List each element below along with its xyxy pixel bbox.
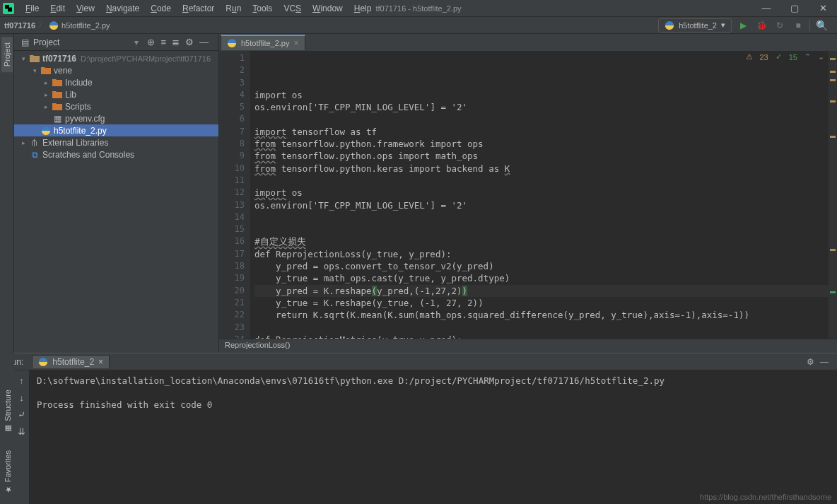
minimize-button[interactable]: —: [752, 0, 780, 17]
menu-view[interactable]: View: [71, 2, 100, 15]
tree-item[interactable]: ▸Lib: [14, 88, 218, 100]
tree-item-label: Scratches and Consoles: [42, 150, 134, 160]
run-tab[interactable]: h5totflite_2 ×: [32, 355, 110, 368]
structure-tool-tab[interactable]: ▦ Structure: [1, 382, 13, 440]
editor-tab[interactable]: h5totflite_2.py ×: [221, 35, 305, 50]
up-icon[interactable]: ↑: [16, 375, 28, 386]
menu-file[interactable]: File: [20, 2, 45, 15]
project-tool-tab[interactable]: Project: [1, 37, 13, 72]
window-controls: — ▢ ✕: [752, 0, 837, 17]
expand-arrow-icon[interactable]: ▾: [20, 55, 27, 62]
collapse-all-icon[interactable]: ≣: [169, 37, 182, 47]
editor-area: h5totflite_2.py × 1234567891011121314151…: [219, 34, 837, 353]
debug-button[interactable]: 🐞: [754, 18, 768, 33]
expand-arrow-icon[interactable]: ▸: [42, 79, 49, 86]
breadcrumb[interactable]: tf071716 〉 h5totflite_2.py: [4, 20, 110, 30]
run-button[interactable]: ▶: [736, 18, 750, 33]
run-tab-label: h5totflite_2: [52, 357, 94, 367]
project-tree[interactable]: ▾ tf071716 D:\project\PYCHARMproject\tf0…: [14, 51, 218, 353]
chevron-down-icon: ▾: [721, 20, 725, 30]
tree-item-label: Lib: [65, 90, 76, 100]
close-tab-icon[interactable]: ×: [294, 38, 299, 48]
console-output[interactable]: D:\software\installation_location\Anacon…: [30, 370, 837, 504]
expand-arrow-icon[interactable]: ▸: [20, 139, 27, 146]
menu-help[interactable]: Help: [349, 2, 377, 15]
editor-tab-label: h5totflite_2.py: [241, 39, 290, 47]
menu-tools[interactable]: Tools: [247, 2, 278, 15]
menu-bar: File Edit View Navigate Code Refactor Ru…: [20, 2, 377, 15]
folder-icon: [29, 53, 40, 64]
warning-count: 23: [760, 53, 768, 61]
expand-arrow-icon[interactable]: ▸: [42, 91, 49, 98]
python-icon: [38, 357, 48, 367]
tree-item[interactable]: ▸Scripts: [14, 100, 218, 112]
chevron-down-icon[interactable]: ▾: [134, 37, 139, 47]
run-toolbar-right: ↑ ↓ ⤶ ⇊: [14, 370, 30, 504]
stop-button[interactable]: ■: [791, 18, 805, 33]
breadcrumb-file[interactable]: h5totflite_2.py: [62, 21, 110, 30]
down-icon[interactable]: ↓: [16, 392, 28, 403]
soft-wrap-icon[interactable]: ⤶: [16, 409, 28, 420]
expand-arrow-icon[interactable]: ▾: [31, 67, 38, 74]
tree-root-name: tf071716: [42, 54, 76, 64]
folder-icon: [52, 101, 63, 112]
settings-icon[interactable]: ⚙: [182, 37, 197, 47]
tree-item-label: vene: [54, 66, 72, 76]
hide-icon[interactable]: —: [817, 355, 831, 369]
tree-item[interactable]: h5totflite_2.py: [14, 124, 218, 136]
tree-item-label: Include: [65, 78, 93, 88]
tree-item[interactable]: ▦pyvenv.cfg: [14, 112, 218, 124]
tree-item[interactable]: ▸⫛External Libraries: [14, 136, 218, 148]
close-button[interactable]: ✕: [809, 0, 837, 17]
hide-icon[interactable]: —: [197, 37, 211, 47]
coverage-button[interactable]: ↻: [773, 18, 787, 33]
editor-inspection-status[interactable]: ⚠ 23 ✓ 15 ⌃ ⌄: [746, 52, 825, 61]
menu-refactor[interactable]: Refactor: [177, 2, 220, 15]
tree-item-label: Scripts: [65, 102, 91, 112]
tree-item-label: pyvenv.cfg: [65, 114, 105, 124]
chevron-down-icon[interactable]: ⌄: [818, 52, 824, 61]
editor-breadcrumb[interactable]: ReprojectionLoss(): [219, 339, 837, 353]
menu-run[interactable]: Run: [220, 2, 247, 15]
tree-item[interactable]: ⧉Scratches and Consoles: [14, 148, 218, 160]
error-stripe[interactable]: [829, 51, 837, 339]
code-editor[interactable]: import osos.environ['TF_CPP_MIN_LOG_LEVE…: [250, 51, 837, 353]
menu-code[interactable]: Code: [145, 2, 177, 15]
folder-icon: [52, 77, 63, 88]
expand-arrow-icon[interactable]: ▸: [42, 103, 49, 110]
run-panel-header: Run: h5totflite_2 × ⚙ —: [0, 353, 837, 370]
editor-tabs: h5totflite_2.py ×: [219, 34, 837, 51]
menu-window[interactable]: Window: [307, 2, 349, 15]
run-config-selector[interactable]: h5totflite_2 ▾: [658, 18, 732, 33]
search-everywhere-button[interactable]: 🔍: [814, 18, 829, 33]
chevron-up-icon[interactable]: ⌃: [804, 52, 811, 61]
menu-vcs[interactable]: VCS: [278, 2, 307, 15]
run-panel: Run: h5totflite_2 × ⚙ — ▶ 🔧 ■ ≣ 🖶 🗑 ↑ ↓ …: [0, 353, 837, 504]
editor-content[interactable]: 123456789101112131415161718192021222324 …: [219, 51, 837, 353]
nav-toolbar: h5totflite_2 ▾ ▶ 🐞 ↻ ■ 🔍: [658, 18, 829, 33]
folder-icon: [40, 65, 52, 76]
tree-item[interactable]: ▸Include: [14, 76, 218, 88]
project-panel-header: ▤ Project ▾ ⊕ ≡ ≣ ⚙ —: [14, 34, 218, 51]
run-config-name: h5totflite_2: [679, 21, 717, 30]
title-bar: File Edit View Navigate Code Refactor Ru…: [0, 0, 837, 17]
run-panel-body: ▶ 🔧 ■ ≣ 🖶 🗑 ↑ ↓ ⤶ ⇊ D:\software\installa…: [0, 370, 837, 504]
select-opened-file-icon[interactable]: ⊕: [144, 37, 158, 47]
menu-navigate[interactable]: Navigate: [100, 2, 145, 15]
menu-edit[interactable]: Edit: [45, 2, 71, 15]
tree-item-label: h5totflite_2.py: [54, 126, 107, 136]
favorites-tool-tab[interactable]: ★ Favorites: [1, 443, 13, 501]
tree-root[interactable]: ▾ tf071716 D:\project\PYCHARMproject\tf0…: [14, 52, 218, 64]
breadcrumb-sep: 〉: [38, 20, 46, 30]
python-icon: [665, 20, 674, 30]
settings-icon[interactable]: ⚙: [803, 355, 817, 369]
breadcrumb-project[interactable]: tf071716: [4, 21, 35, 30]
app-icon: [3, 3, 14, 14]
warning-icon: ⚠: [746, 52, 753, 61]
scroll-end-icon[interactable]: ⇊: [16, 426, 28, 437]
maximize-button[interactable]: ▢: [780, 0, 809, 17]
typo-icon: ✓: [775, 52, 782, 61]
expand-all-icon[interactable]: ≡: [158, 37, 169, 47]
close-tab-icon[interactable]: ×: [98, 357, 103, 367]
tree-item[interactable]: ▾vene: [14, 64, 218, 76]
